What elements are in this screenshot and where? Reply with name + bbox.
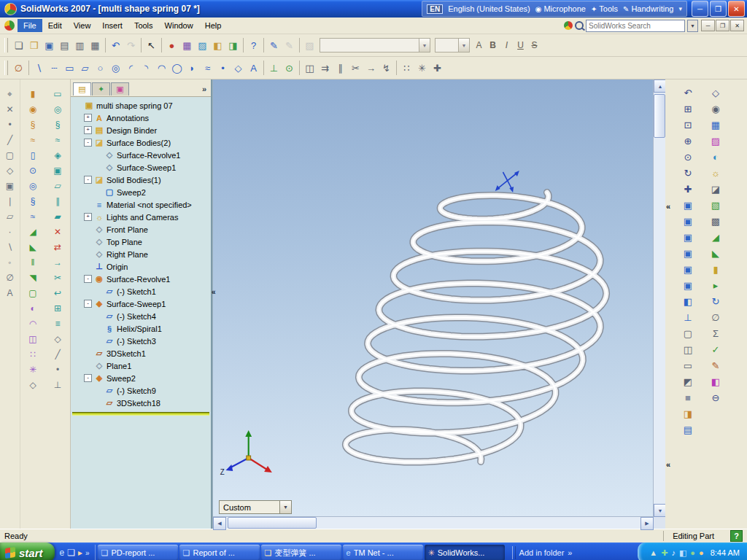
antivirus-shield-icon[interactable]: ✚	[661, 548, 667, 558]
tree-item-sketch1[interactable]: ▱(-) Sketch1	[71, 285, 211, 298]
centerpoint-arc-icon[interactable]: ◜	[123, 61, 139, 76]
view-top-icon[interactable]: ▣	[681, 262, 696, 277]
messenger-icon[interactable]: ●	[690, 548, 695, 558]
swept-boss-icon[interactable]: §	[25, 117, 41, 132]
font-name-dropdown-icon[interactable]: ▼	[419, 39, 430, 52]
measure-icon[interactable]: ∅	[708, 310, 724, 325]
hole-wizard-icon[interactable]: ⊙	[25, 163, 41, 178]
tree-expander[interactable]: +	[84, 114, 92, 122]
restore-button[interactable]: ❐	[710, 1, 727, 17]
draft-analysis-icon[interactable]: ◢	[708, 230, 724, 245]
tree-item-top-plane[interactable]: ◇Top Plane	[71, 236, 211, 248]
language-badge[interactable]: EN	[427, 4, 443, 14]
internet-explorer-icon[interactable]: e	[60, 548, 65, 558]
jog-line-icon[interactable]: ↯	[379, 61, 394, 76]
safely-remove-hardware-icon[interactable]: ▲	[649, 548, 657, 558]
hidden-lines-visible-icon[interactable]: ◫	[681, 342, 696, 357]
filter-axes-icon[interactable]: ∣	[2, 194, 18, 209]
taskbar-button-pd-report[interactable]: ❏PD-report ...	[98, 545, 178, 560]
start-button[interactable]: start	[0, 542, 55, 560]
filter-annotations-icon[interactable]: A	[2, 286, 18, 300]
extend-surface-icon[interactable]: →	[50, 255, 66, 270]
collapse-toolbar-chevron[interactable]: «	[666, 460, 670, 469]
revolved-boss-icon[interactable]: ◉	[25, 102, 41, 117]
print-icon[interactable]: ▦	[88, 38, 103, 53]
axis-icon[interactable]: ╱	[50, 347, 66, 362]
view-right-icon[interactable]: ▣	[681, 246, 696, 261]
tree-item-sweep2[interactable]: ▢Sweep2	[71, 186, 211, 198]
section-view-icon[interactable]: ◨	[681, 406, 696, 421]
scroll-left-icon[interactable]: ◀	[213, 517, 226, 530]
rib-icon[interactable]: ‖	[25, 255, 41, 270]
corner-rectangle-icon[interactable]: ▭	[62, 61, 77, 76]
view-bottom-icon[interactable]: ▣	[681, 278, 696, 293]
extruded-surface-icon[interactable]: ▭	[50, 87, 66, 101]
tree-expander[interactable]: -	[84, 139, 92, 147]
lofted-boss-icon[interactable]: ≈	[25, 133, 41, 147]
tree-item-sketch4[interactable]: ▱(-) Sketch4	[71, 310, 211, 322]
swept-cut-icon[interactable]: §	[25, 194, 41, 209]
select-icon[interactable]: ↖	[144, 38, 159, 53]
delete-face-icon[interactable]: ✕	[50, 225, 66, 239]
custom-view-combo[interactable]: Custom ▼	[219, 500, 292, 514]
tree-expander[interactable]: -	[84, 300, 92, 308]
filter-faces-icon[interactable]: ▢	[2, 148, 18, 163]
format-b-button[interactable]: B	[487, 39, 499, 52]
font-size-dropdown-icon[interactable]: ▼	[458, 39, 469, 52]
linear-pattern-icon[interactable]: ∷	[25, 347, 41, 362]
zoom-to-fit-icon[interactable]: ⊞	[681, 101, 696, 117]
network-icon[interactable]: ◧	[679, 548, 686, 558]
undo-icon[interactable]: ↶	[108, 38, 123, 53]
circle-icon[interactable]: ○	[93, 61, 108, 76]
doc-restore-button[interactable]: ❐	[716, 20, 729, 31]
taskbar-button-report-of[interactable]: ❏Report of ...	[179, 545, 260, 560]
ellipse-icon[interactable]: ◯	[169, 61, 185, 76]
language-name[interactable]: English (United States)	[448, 4, 530, 13]
edit-sketch-icon[interactable]: ✎	[708, 358, 724, 373]
format-u-button[interactable]: U	[514, 39, 527, 52]
apply-scene-icon[interactable]: ◨	[225, 38, 241, 53]
tree-expander[interactable]: -	[84, 176, 92, 184]
mirror-icon[interactable]: ◫	[25, 332, 41, 346]
offset-entities-icon[interactable]: ∥	[333, 61, 348, 76]
options-icon[interactable]: ▦	[179, 38, 195, 53]
linear-sketch-pattern-icon[interactable]: ∷	[399, 61, 414, 76]
tree-item-plane1[interactable]: ◇Plane1	[71, 359, 211, 372]
color-swatch-icon[interactable]: ▨	[195, 38, 210, 53]
revolved-cut-icon[interactable]: ◎	[25, 179, 41, 193]
vertical-scroll-thumb[interactable]	[654, 94, 665, 138]
search-input[interactable]	[586, 20, 685, 32]
taskbar-button-spring-doc[interactable]: ❏变型弹簧 ...	[261, 545, 341, 560]
dome-icon[interactable]: ◠	[25, 316, 41, 331]
rebuild-icon[interactable]: ●	[164, 38, 179, 53]
insert-picture-icon[interactable]: ▨	[302, 38, 317, 53]
menu-file[interactable]: File	[18, 19, 42, 32]
view-left-icon[interactable]: ▣	[681, 230, 696, 245]
parallelogram-icon[interactable]: ▱	[77, 61, 93, 76]
three-point-arc-icon[interactable]: ◠	[154, 61, 169, 76]
tools-button[interactable]: ✦Tools	[591, 4, 618, 13]
add-relation-icon[interactable]: ⊥	[266, 61, 282, 76]
menu-insert[interactable]: Insert	[96, 19, 128, 32]
filter-midpoints-icon[interactable]: ◦	[2, 255, 18, 270]
help-icon[interactable]: ?	[246, 38, 261, 53]
edit-appearance-icon[interactable]: ◧	[210, 38, 225, 53]
deskband-handle[interactable]	[512, 546, 516, 559]
tree-item-3dsketch1[interactable]: ▱3DSketch1	[71, 347, 211, 359]
new-icon[interactable]: ❏	[11, 38, 26, 53]
untrim-surface-icon[interactable]: ↩	[50, 286, 66, 300]
trim-surface-icon[interactable]: ✂	[50, 271, 66, 285]
ruled-surface-icon[interactable]: ▰	[50, 209, 66, 224]
pan-icon[interactable]: ✚	[681, 182, 696, 197]
rollback-bar[interactable]	[72, 412, 209, 416]
updates-icon[interactable]: ●	[699, 548, 704, 558]
tree-item-lights-and-cameras[interactable]: +☼Lights and Cameras	[71, 211, 211, 223]
tree-item-surface-sweep1[interactable]: -◈Surface-Sweep1	[71, 298, 211, 310]
tree-expander[interactable]: +	[84, 126, 92, 134]
microphone-button[interactable]: ◉Microphone	[535, 4, 586, 13]
point-icon[interactable]: •	[215, 61, 231, 76]
save-icon[interactable]: ▣	[42, 38, 57, 53]
physical-dynamics-icon[interactable]: ↻	[708, 294, 724, 309]
filter-dimensions-icon[interactable]: ∅	[2, 271, 18, 285]
perimeter-circle-icon[interactable]: ◎	[108, 61, 123, 76]
